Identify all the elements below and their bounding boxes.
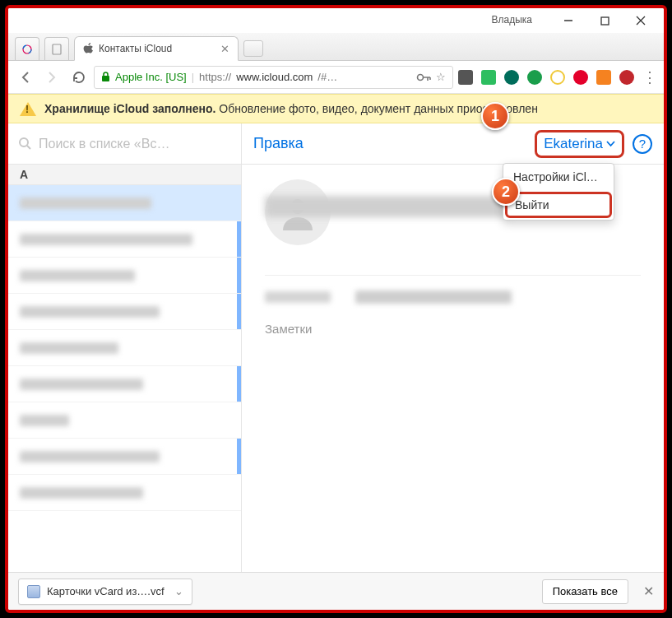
notes-label: Заметки — [265, 322, 641, 336]
lock-icon — [101, 72, 110, 82]
svg-point-8 — [418, 74, 424, 80]
browser-addressbar: Apple Inc. [US] | https://www.icloud.com… — [8, 61, 664, 94]
ev-cert-label: Apple Inc. [US] — [115, 71, 187, 83]
browser-tab-active[interactable]: Контакты iCloud ✕ — [74, 36, 239, 61]
field-label-redacted — [265, 291, 331, 303]
chevron-down-icon[interactable]: ⌄ — [174, 585, 183, 597]
contact-name-redacted — [265, 196, 512, 217]
contact-row[interactable] — [8, 366, 241, 402]
selection-stripe — [237, 221, 241, 257]
contact-row[interactable] — [8, 330, 241, 366]
selection-stripe — [237, 258, 241, 293]
contact-name-redacted — [20, 451, 160, 462]
bookmark-star-icon[interactable]: ☆ — [436, 71, 446, 83]
field-value-redacted — [355, 290, 512, 304]
contact-row[interactable] — [8, 258, 241, 294]
browser-tab-other-2[interactable] — [44, 37, 69, 60]
selection-stripe — [237, 294, 241, 329]
new-tab-button[interactable] — [243, 40, 263, 57]
ext-disconnect-icon[interactable] — [527, 70, 542, 85]
callout-badge-1: 1 — [481, 102, 509, 130]
apple-icon — [83, 43, 94, 55]
contact-row[interactable] — [8, 185, 241, 221]
contact-row[interactable] — [8, 475, 241, 511]
contact-row[interactable] — [8, 439, 241, 475]
svg-point-12 — [20, 138, 28, 146]
selection-stripe — [237, 439, 241, 474]
contact-row[interactable] — [8, 221, 241, 258]
section-letter: А — [8, 165, 241, 185]
search-icon — [18, 137, 32, 151]
browser-tabstrip: Контакты iCloud ✕ — [8, 33, 664, 61]
search-container — [8, 123, 242, 164]
ext-pocket-icon[interactable] — [458, 70, 473, 85]
contact-detail: Заметки — [242, 165, 664, 576]
ext-yandex-icon[interactable] — [550, 70, 565, 85]
svg-line-13 — [27, 146, 30, 149]
password-key-icon[interactable] — [416, 72, 431, 82]
contact-name-redacted — [20, 197, 151, 209]
help-button[interactable]: ? — [633, 134, 652, 154]
svg-rect-7 — [102, 76, 109, 81]
contact-row[interactable] — [8, 402, 241, 439]
window-maximize-button[interactable] — [586, 9, 623, 32]
contact-name-redacted — [20, 415, 69, 426]
contact-name-redacted — [20, 234, 192, 245]
edit-link[interactable]: Правка — [253, 135, 304, 152]
menu-logout[interactable]: Выйти — [505, 192, 612, 218]
nav-back-button[interactable] — [15, 67, 36, 88]
ext-rss-icon[interactable] — [596, 70, 611, 85]
address-field[interactable]: Apple Inc. [US] | https://www.icloud.com… — [94, 66, 453, 89]
url-scheme: https:// — [199, 71, 231, 83]
close-downloads-bar[interactable]: ✕ — [643, 583, 654, 599]
contact-name-redacted — [20, 487, 143, 499]
ext-adblock-icon[interactable] — [619, 70, 634, 85]
contact-name-redacted — [20, 342, 118, 354]
account-dropdown[interactable]: Ekaterina — [535, 130, 624, 158]
banner-strong: Хранилище iCloud заполнено. — [44, 102, 216, 115]
nav-forward-button[interactable] — [41, 67, 63, 88]
nav-reload-button[interactable] — [67, 67, 89, 88]
extension-icons: ⋮ — [458, 68, 657, 86]
window-minimize-button[interactable] — [550, 9, 586, 32]
window-close-button[interactable] — [623, 9, 659, 32]
selection-stripe — [237, 366, 241, 402]
show-all-downloads-button[interactable]: Показать все — [542, 579, 628, 604]
contact-name-redacted — [20, 379, 143, 390]
tab-title: Контакты iCloud — [99, 43, 216, 54]
contacts-main: А Заметки — [8, 165, 664, 576]
callout-badge-2: 2 — [492, 178, 520, 206]
svg-rect-1 — [601, 17, 609, 25]
ext-opera-icon[interactable] — [573, 70, 588, 85]
contact-name-redacted — [20, 306, 160, 318]
browser-menu-button[interactable]: ⋮ — [642, 68, 657, 86]
window-user-label: Владыка — [492, 14, 533, 26]
storage-full-banner: Хранилище iCloud заполнено. Обновление ф… — [8, 94, 664, 123]
warning-icon — [20, 102, 36, 116]
downloads-bar: Карточки vCard из….vcf ⌄ Показать все ✕ — [8, 572, 664, 610]
search-input[interactable] — [39, 137, 231, 151]
download-filename: Карточки vCard из….vcf — [47, 585, 165, 597]
account-name: Ekaterina — [544, 136, 603, 152]
contacts-header: Правка Ekaterina ? — [8, 123, 664, 165]
contact-name-redacted — [20, 270, 135, 281]
ext-kaspersky-icon[interactable] — [504, 70, 519, 85]
contacts-sidebar: А — [8, 165, 242, 576]
url-host: www.icloud.com — [236, 71, 313, 83]
menu-icloud-settings[interactable]: Настройки iCl… — [503, 164, 614, 190]
chevron-down-icon — [606, 141, 615, 147]
tab-close-icon[interactable]: ✕ — [220, 43, 229, 55]
vcard-file-icon — [27, 585, 40, 598]
svg-rect-6 — [53, 44, 61, 54]
download-chip[interactable]: Карточки vCard из….vcf ⌄ — [18, 579, 192, 605]
contact-row[interactable] — [8, 294, 241, 330]
url-path: /#… — [317, 71, 337, 83]
browser-tab-other-1[interactable] — [15, 37, 39, 60]
window-titlebar: Владыка — [8, 8, 664, 33]
ext-evernote-icon[interactable] — [481, 70, 496, 85]
